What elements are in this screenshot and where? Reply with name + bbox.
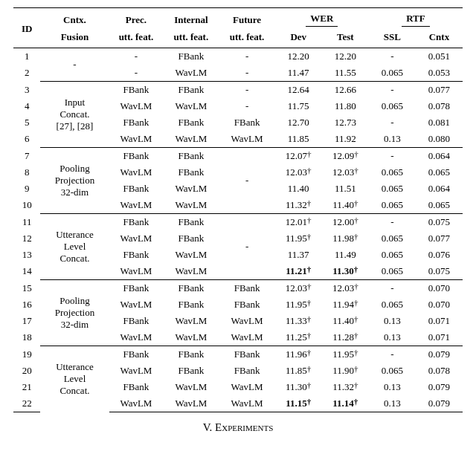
table-cell: WavLM — [109, 329, 164, 346]
table-cell: FBank — [163, 346, 219, 363]
table-cell: FBank — [163, 280, 219, 297]
table-row: 1--FBank-12.2012.20-0.051 — [13, 48, 463, 65]
table-cell: FBank — [109, 82, 164, 99]
table-row: 7PoolingProjection32-dimFBankFBank-12.07… — [13, 148, 463, 165]
table-cell: 11.51 — [322, 181, 369, 197]
table-cell: FBank — [109, 114, 164, 131]
table-cell: WavLM — [163, 329, 219, 346]
table-cell: 0.077 — [416, 230, 463, 247]
table-cell: 0.079 — [416, 346, 463, 363]
section-title: V. Experiments — [13, 412, 463, 434]
table-cell: 12.07 — [275, 148, 322, 165]
table-cell: 21 — [13, 379, 40, 395]
table-cell: WavLM — [109, 164, 164, 181]
hdr-rtf: RTF — [402, 13, 430, 27]
table-cell: 13 — [13, 247, 40, 263]
table-cell: 0.065 — [369, 263, 416, 280]
table-cell: 16 — [13, 296, 40, 313]
table-cell: WavLM — [219, 395, 275, 412]
table-cell: 11.85 — [275, 131, 322, 148]
fusion-cell: PoolingProjection32-dim — [40, 148, 109, 214]
table-cell: 0.065 — [369, 363, 416, 379]
table-cell: - — [219, 65, 275, 82]
table-cell: WavLM — [163, 131, 219, 148]
table-cell: 2 — [13, 65, 40, 82]
table-cell: FBank — [163, 230, 219, 247]
table-row: 11UtteranceLevelConcat.FBankFBank-12.011… — [13, 214, 463, 231]
table-cell: - — [219, 48, 275, 65]
table-cell: 12.20 — [322, 48, 369, 65]
table-cell: 11.28 — [322, 329, 369, 346]
table-cell: 12.00 — [322, 214, 369, 231]
table-cell: 11 — [13, 214, 40, 231]
table-cell: 11.47 — [275, 65, 322, 82]
table-cell: 0.051 — [416, 48, 463, 65]
table-row: 3InputConcat.[27], [28]FBankFBank-12.641… — [13, 82, 463, 99]
table-cell: 11.32 — [322, 379, 369, 395]
hdr-test: Test — [322, 29, 369, 48]
fusion-cell: UtteranceLevelConcat. — [40, 214, 109, 280]
table-cell: FBank — [109, 379, 164, 395]
table-cell: FBank — [163, 82, 219, 99]
table-cell: 12.03 — [275, 280, 322, 297]
table-cell: 0.071 — [416, 313, 463, 329]
table-cell: 11.14 — [322, 395, 369, 412]
table-cell: FBank — [109, 214, 164, 231]
table-cell: FBank — [109, 280, 164, 297]
hdr-prec2: utt. feat. — [109, 29, 164, 48]
table-cell: 11.37 — [275, 247, 322, 263]
hdr-prec1: Prec. — [109, 8, 164, 30]
table-cell: 12.70 — [275, 114, 322, 131]
table-cell: 0.070 — [416, 296, 463, 313]
table-cell: 8 — [13, 164, 40, 181]
table-cell: WavLM — [163, 181, 219, 197]
table-cell: WavLM — [163, 247, 219, 263]
table-cell: 11.21 — [275, 263, 322, 280]
fusion-cell: PoolingProjection32-dim — [40, 280, 109, 346]
table-cell: 12.03 — [275, 164, 322, 181]
table-cell: - — [369, 148, 416, 165]
table-cell: 0.077 — [416, 82, 463, 99]
table-cell: 0.065 — [369, 65, 416, 82]
table-cell: 11.30 — [275, 379, 322, 395]
hdr-int2: utt. feat. — [163, 29, 219, 48]
table-cell: WavLM — [163, 65, 219, 82]
table-cell: - — [369, 48, 416, 65]
table-cell: FBank — [109, 313, 164, 329]
table-cell: 0.081 — [416, 114, 463, 131]
table-cell: FBank — [163, 214, 219, 231]
hdr-cntxrtf: Cntx — [416, 29, 463, 48]
table-cell: FBank — [163, 164, 219, 181]
table-cell: WavLM — [163, 197, 219, 214]
table-cell: 9 — [13, 181, 40, 197]
table-cell: WavLM — [109, 296, 164, 313]
table-cell: 0.075 — [416, 263, 463, 280]
fusion-cell: - — [40, 48, 109, 82]
table-cell: - — [369, 214, 416, 231]
table-cell: 12.20 — [275, 48, 322, 65]
table-cell: 0.078 — [416, 98, 463, 114]
table-cell: 12.03 — [322, 280, 369, 297]
table-row: 19UtteranceLevelConcat.FBankFBankFBank11… — [13, 346, 463, 363]
table-cell: WavLM — [109, 131, 164, 148]
table-cell: 11.80 — [322, 98, 369, 114]
table-cell: FBank — [163, 363, 219, 379]
table-cell: 0.13 — [369, 329, 416, 346]
hdr-dev: Dev — [275, 29, 322, 48]
table-cell: 20 — [13, 363, 40, 379]
table-cell: 12.73 — [322, 114, 369, 131]
table-cell: WavLM — [163, 395, 219, 412]
table-cell: 10 — [13, 197, 40, 214]
table-cell: FBank — [219, 346, 275, 363]
table-cell: 0.065 — [369, 181, 416, 197]
table-cell: WavLM — [109, 263, 164, 280]
table-cell: WavLM — [109, 395, 164, 412]
table-cell: WavLM — [219, 329, 275, 346]
hdr-int1: Internal — [163, 8, 219, 30]
table-cell: FBank — [163, 48, 219, 65]
table-cell: 15 — [13, 280, 40, 297]
results-table: ID Cntx. Prec. Internal Future WER RTF F… — [13, 7, 463, 412]
table-cell: - — [109, 65, 164, 82]
table-cell: 0.080 — [416, 131, 463, 148]
table-cell: FBank — [219, 296, 275, 313]
